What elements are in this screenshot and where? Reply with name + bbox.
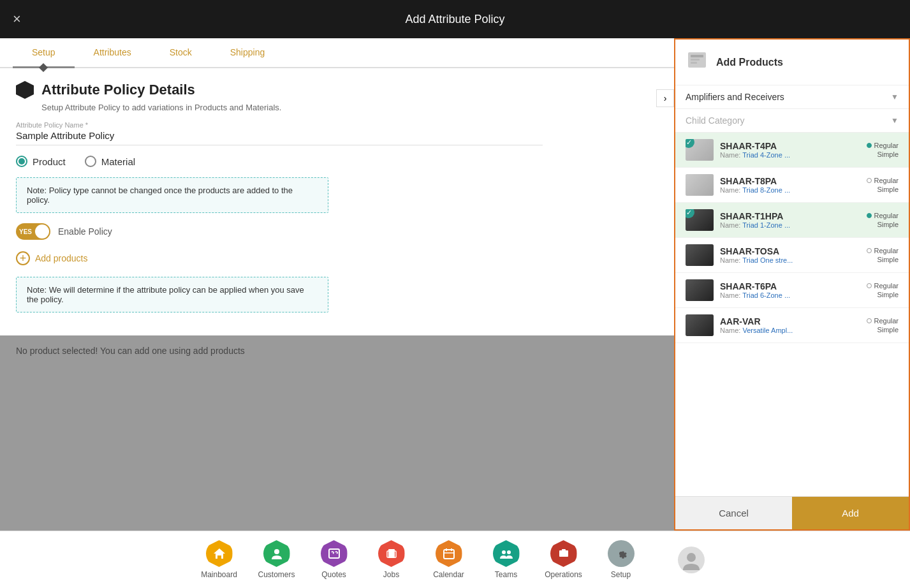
nav-teams[interactable]: Teams <box>481 540 532 579</box>
product-item-AAR-VAR[interactable]: AAR-VARName: Versatile Ampl... RegularSi… <box>675 308 909 343</box>
panel-header: Add Products <box>675 40 909 85</box>
quotes-icon <box>321 540 348 567</box>
main-area: Setup Attributes Stock Shipping Attribut… <box>0 38 910 531</box>
badge-regular-SHAAR-T4PA: Regular <box>867 142 899 149</box>
tab-shipping[interactable]: Shipping <box>211 38 284 68</box>
page-title: Add Attribute Policy <box>405 13 504 26</box>
customers-icon <box>263 540 290 567</box>
product-badges-SHAAR-T8PA: RegularSimple <box>867 177 899 193</box>
product-info-SHAAR-TOSA: SHAAR-TOSAName: Triad One stre... <box>720 246 860 264</box>
product-subname-SHAAR-TOSA: Name: Triad One stre... <box>720 256 860 264</box>
nav-setup[interactable]: Setup <box>596 540 647 579</box>
svg-rect-16 <box>562 549 566 551</box>
badge-regular-SHAAR-T8PA: Regular <box>867 177 899 184</box>
nav-mainboard[interactable]: Mainboard <box>194 540 245 579</box>
radio-product[interactable]: Product <box>16 156 66 167</box>
product-name-AAR-VAR: AAR-VAR <box>720 316 860 327</box>
toggle-label: Enable Policy <box>58 226 112 237</box>
product-badges-SHAAR-TOSA: RegularSimple <box>867 247 899 263</box>
product-info-SHAAR-T4PA: SHAAR-T4PAName: Triad 4-Zone ... <box>720 141 860 159</box>
product-subname-AAR-VAR: Name: Versatile Ampl... <box>720 327 860 334</box>
cancel-button[interactable]: Cancel <box>675 497 792 529</box>
save-note: Note: We will determine if the attribute… <box>16 277 328 312</box>
radio-product-circle <box>16 156 27 167</box>
product-thumb-AAR-VAR <box>686 314 714 336</box>
calendar-icon <box>436 540 462 567</box>
product-info-SHAAR-T1HPA: SHAAR-T1HPAName: Triad 1-Zone ... <box>720 211 860 229</box>
nav-calendar[interactable]: Calendar <box>423 540 474 579</box>
nav-jobs[interactable]: Jobs <box>366 540 417 579</box>
product-item-SHAAR-TOSA[interactable]: SHAAR-TOSAName: Triad One stre... Regula… <box>675 238 909 273</box>
svg-rect-2 <box>691 59 700 61</box>
nav-operations[interactable]: Operations <box>538 540 589 579</box>
tab-attributes[interactable]: Attributes <box>75 38 150 68</box>
radio-material[interactable]: Material <box>85 156 135 167</box>
svg-point-5 <box>274 549 279 554</box>
product-subname-SHAAR-T6PA: Name: Triad 6-Zone ... <box>720 291 860 299</box>
add-icon: + <box>16 251 30 265</box>
radio-material-circle <box>85 156 96 167</box>
close-button[interactable]: × <box>13 11 21 27</box>
svg-rect-3 <box>691 62 697 64</box>
add-button[interactable]: Add <box>792 497 909 529</box>
nav-quotes[interactable]: Quotes <box>309 540 360 579</box>
radio-material-label: Material <box>101 156 135 167</box>
nav-avatar[interactable] <box>666 547 717 573</box>
home-icon <box>206 540 233 567</box>
product-thumb-SHAAR-T6PA <box>686 279 714 301</box>
product-item-SHAAR-T4PA[interactable]: ✓SHAAR-T4PAName: Triad 4-Zone ... Regula… <box>675 133 909 168</box>
nav-setup-label: Setup <box>611 570 631 579</box>
badge-simple-SHAAR-T6PA: Simple <box>877 291 899 298</box>
product-item-SHAAR-T8PA[interactable]: SHAAR-T8PAName: Triad 8-Zone ... Regular… <box>675 168 909 203</box>
bottom-nav: Mainboard Customers Quotes Jobs Calendar… <box>0 531 910 588</box>
toggle-knob <box>35 224 49 239</box>
svg-point-14 <box>507 550 511 554</box>
nav-calendar-label: Calendar <box>433 570 464 579</box>
tab-setup[interactable]: Setup <box>13 38 75 68</box>
nav-quotes-label: Quotes <box>321 570 346 579</box>
product-item-SHAAR-T6PA[interactable]: SHAAR-T6PAName: Triad 6-Zone ... Regular… <box>675 273 909 308</box>
product-item-SHAAR-T1HPA[interactable]: ✓SHAAR-T1HPAName: Triad 1-Zone ... Regul… <box>675 203 909 238</box>
svg-marker-4 <box>214 548 225 559</box>
tab-stock[interactable]: Stock <box>150 38 211 68</box>
product-thumb-SHAAR-TOSA <box>686 244 714 266</box>
top-bar: × Add Attribute Policy <box>0 0 910 38</box>
svg-rect-1 <box>691 55 703 57</box>
category-dropdown[interactable]: Amplifiers and Receivers ▼ <box>675 85 909 109</box>
badge-regular-SHAAR-T6PA: Regular <box>867 282 899 290</box>
panel-title: Add Products <box>716 57 783 68</box>
svg-rect-9 <box>444 550 454 559</box>
policy-name-value[interactable]: Sample Attribute Policy <box>16 130 543 145</box>
section-icon <box>16 81 34 99</box>
badge-regular-AAR-VAR: Regular <box>867 317 899 325</box>
section-title: Attribute Policy Details <box>41 82 195 98</box>
svg-rect-7 <box>388 549 395 558</box>
product-badges-SHAAR-T6PA: RegularSimple <box>867 282 899 298</box>
badge-regular-SHAAR-TOSA: Regular <box>867 247 899 254</box>
product-info-AAR-VAR: AAR-VARName: Versatile Ampl... <box>720 316 860 334</box>
badge-simple-SHAAR-TOSA: Simple <box>877 256 899 263</box>
operations-icon <box>550 540 577 567</box>
radio-product-label: Product <box>33 156 66 167</box>
nav-customers[interactable]: Customers <box>251 540 302 579</box>
nav-mainboard-label: Mainboard <box>201 570 237 579</box>
panel-footer: Cancel Add <box>675 496 909 529</box>
product-name-SHAAR-T1HPA: SHAAR-T1HPA <box>720 211 860 221</box>
enable-policy-toggle[interactable]: YES <box>16 223 50 240</box>
toggle-yes-label: YES <box>19 228 32 235</box>
policy-note: Note: Policy type cannot be changed once… <box>16 177 328 213</box>
child-category-dropdown[interactable]: Child Category ▼ <box>675 109 909 133</box>
child-category-label: Child Category <box>686 115 745 126</box>
product-name-SHAAR-T6PA: SHAAR-T6PA <box>720 281 860 291</box>
panel-icon <box>686 48 708 76</box>
user-avatar <box>678 547 705 573</box>
svg-rect-6 <box>329 549 339 558</box>
expand-button[interactable]: › <box>656 89 674 107</box>
product-name-SHAAR-T8PA: SHAAR-T8PA <box>720 176 860 186</box>
product-badges-SHAAR-T4PA: RegularSimple <box>867 142 899 158</box>
teams-icon <box>493 540 520 567</box>
svg-rect-15 <box>559 550 568 557</box>
product-badges-SHAAR-T1HPA: RegularSimple <box>867 212 899 228</box>
setup-icon <box>608 540 635 567</box>
product-subname-SHAAR-T8PA: Name: Triad 8-Zone ... <box>720 186 860 194</box>
